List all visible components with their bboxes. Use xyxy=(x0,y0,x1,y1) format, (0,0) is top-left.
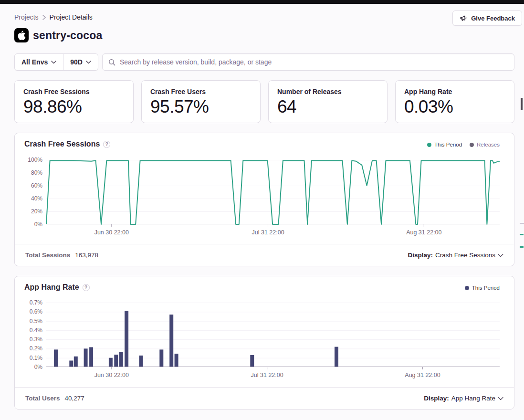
crash-free-sessions-chart-card: Crash Free Sessions ? This PeriodRelease… xyxy=(14,133,514,266)
stat-label: App Hang Rate xyxy=(404,88,505,95)
stat-card-crash-free-sessions: Crash Free Sessions 98.86% xyxy=(14,80,134,123)
line-chart-plot[interactable] xyxy=(46,160,500,227)
stat-label: Crash Free Users xyxy=(150,88,252,95)
legend-item[interactable]: Releases xyxy=(470,142,500,147)
chevron-down-icon xyxy=(498,397,503,400)
environment-filter-dropdown[interactable]: All Envs xyxy=(15,54,63,70)
x-axis-tick-label: Jul 31 22:00 xyxy=(251,372,283,378)
chart-title: App Hang Rate xyxy=(24,283,79,292)
legend-dot xyxy=(470,143,474,147)
legend-dot xyxy=(465,286,469,290)
x-axis-tick-label: Aug 31 22:00 xyxy=(406,229,441,236)
y-axis-tick-label: 0.3% xyxy=(15,336,42,343)
y-axis-tick-label: 20% xyxy=(15,208,42,215)
clipped-content-fragment xyxy=(521,98,523,110)
app-hang-rate-chart-card: App Hang Rate ? This Period Total Users … xyxy=(14,276,514,410)
chevron-down-icon xyxy=(86,61,91,64)
display-dropdown[interactable]: Display: App Hang Rate xyxy=(424,395,503,402)
search-icon xyxy=(108,59,115,66)
megaphone-icon xyxy=(460,15,467,22)
display-label: Display: xyxy=(408,252,433,259)
stat-value: 64 xyxy=(277,97,378,117)
y-axis-tick-label: 0.7% xyxy=(15,299,42,306)
legend-label: This Period xyxy=(434,142,462,147)
chart-legend: This PeriodReleases xyxy=(427,142,500,147)
y-axis-tick-label: 0.4% xyxy=(15,326,42,334)
period-filter-label: 90D xyxy=(70,58,83,66)
chart-title: Crash Free Sessions xyxy=(24,140,100,148)
y-axis-tick-label: 100% xyxy=(15,156,42,164)
legend-label: This Period xyxy=(472,285,500,291)
score-cards: Crash Free Sessions 98.86% Crash Free Us… xyxy=(14,80,514,123)
stat-value: 98.86% xyxy=(23,97,125,117)
environment-filter-label: All Envs xyxy=(21,58,48,66)
chevron-right-icon xyxy=(42,15,46,20)
chart-footer: Total Users 40,277 Display: App Hang Rat… xyxy=(15,387,514,409)
legend-dot xyxy=(427,143,431,147)
clipped-content-fragment xyxy=(520,246,524,248)
help-icon[interactable]: ? xyxy=(103,141,110,148)
top-black-bar xyxy=(0,0,524,4)
legend-label: Releases xyxy=(477,142,500,147)
chart-footer: Total Sessions 163,978 Display: Crash Fr… xyxy=(15,244,514,266)
display-value: App Hang Rate xyxy=(451,395,495,402)
y-axis-tick-label: 0% xyxy=(15,363,42,371)
x-axis-tick-label: Jul 31 22:00 xyxy=(252,229,284,236)
x-axis-tick-label: Aug 31 22:00 xyxy=(405,372,440,378)
y-axis-tick-label: 60% xyxy=(15,182,42,189)
total-sessions-label: Total Sessions xyxy=(25,252,70,259)
y-axis-tick-label: 0% xyxy=(15,220,42,228)
y-axis-tick-label: 0.2% xyxy=(15,345,42,352)
chart-legend: This Period xyxy=(465,285,500,291)
clipped-content-fragment xyxy=(520,234,524,235)
display-dropdown[interactable]: Display: Crash Free Sessions xyxy=(408,252,503,259)
period-filter-dropdown[interactable]: 90D xyxy=(63,54,98,70)
x-axis-tick-label: Jun 30 22:00 xyxy=(94,229,129,236)
stat-card-crash-free-users: Crash Free Users 95.57% xyxy=(141,80,261,123)
y-axis-tick-label: 0.6% xyxy=(15,308,42,315)
total-sessions-value: 163,978 xyxy=(75,252,98,259)
stat-card-number-of-releases: Number of Releases 64 xyxy=(268,80,388,123)
total-users-label: Total Users xyxy=(25,395,60,402)
chevron-down-icon xyxy=(498,253,503,257)
display-value: Crash Free Sessions xyxy=(435,252,495,259)
display-label: Display: xyxy=(424,395,449,402)
y-axis-tick-label: 40% xyxy=(15,195,42,202)
chevron-down-icon xyxy=(51,61,56,64)
stat-card-app-hang-rate: App Hang Rate 0.03% xyxy=(395,80,514,123)
stat-label: Number of Releases xyxy=(277,88,378,95)
give-feedback-label: Give Feedback xyxy=(471,15,515,22)
apple-icon xyxy=(14,28,29,42)
give-feedback-button[interactable]: Give Feedback xyxy=(452,10,522,26)
search-input[interactable] xyxy=(120,58,508,66)
y-axis-tick-label: 0.1% xyxy=(15,354,42,362)
project-title-row: sentry-cocoa xyxy=(14,28,103,42)
filter-group: All Envs 90D xyxy=(14,53,98,71)
stat-label: Crash Free Sessions xyxy=(23,88,125,95)
legend-item[interactable]: This Period xyxy=(465,285,500,291)
clipped-content-fragment xyxy=(520,223,524,224)
release-search-box[interactable] xyxy=(102,53,514,71)
page-title: sentry-cocoa xyxy=(33,29,103,42)
breadcrumb: Projects Project Details xyxy=(14,13,93,21)
stat-value: 0.03% xyxy=(404,97,505,117)
total-users-value: 40,277 xyxy=(65,395,84,402)
stat-value: 95.57% xyxy=(150,97,252,117)
y-axis-tick-label: 0.5% xyxy=(15,317,42,325)
x-axis-tick-label: Jun 30 22:00 xyxy=(94,372,129,378)
legend-item[interactable]: This Period xyxy=(427,142,462,147)
y-axis-tick-label: 80% xyxy=(15,169,42,177)
help-icon[interactable]: ? xyxy=(83,284,90,291)
breadcrumb-project-details: Project Details xyxy=(50,13,93,21)
bar-chart-plot[interactable] xyxy=(46,303,500,370)
breadcrumb-projects-link[interactable]: Projects xyxy=(14,13,39,21)
